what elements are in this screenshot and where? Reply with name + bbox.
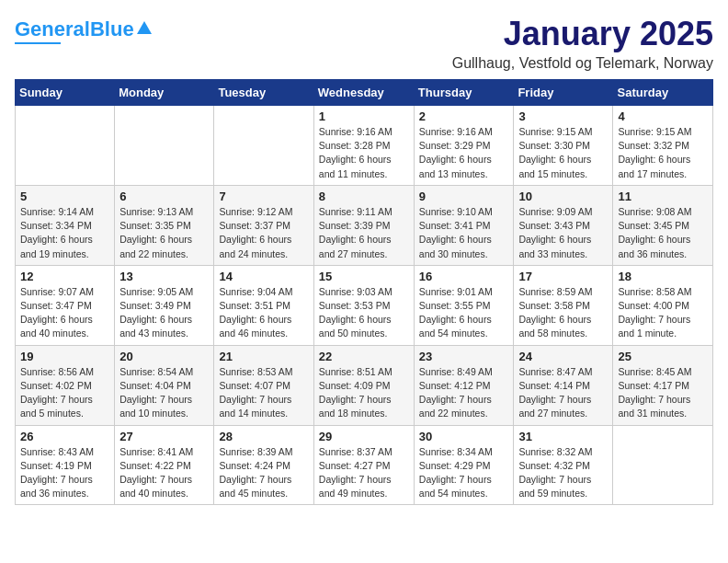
weekday-header: Monday [115, 80, 214, 106]
calendar-cell: 20Sunrise: 8:54 AM Sunset: 4:04 PM Dayli… [115, 345, 214, 425]
day-info: Sunrise: 8:51 AM Sunset: 4:09 PM Dayligh… [319, 365, 409, 421]
day-info: Sunrise: 9:15 AM Sunset: 3:30 PM Dayligh… [518, 125, 608, 181]
calendar-cell: 4Sunrise: 9:15 AM Sunset: 3:32 PM Daylig… [613, 106, 713, 186]
day-number: 13 [119, 270, 209, 283]
day-info: Sunrise: 8:45 AM Sunset: 4:17 PM Dayligh… [618, 365, 708, 421]
day-number: 24 [518, 350, 608, 363]
calendar-cell: 6Sunrise: 9:13 AM Sunset: 3:35 PM Daylig… [115, 185, 214, 265]
calendar-cell: 16Sunrise: 9:01 AM Sunset: 3:55 PM Dayli… [414, 265, 514, 345]
day-info: Sunrise: 9:04 AM Sunset: 3:51 PM Dayligh… [219, 285, 308, 341]
day-info: Sunrise: 8:59 AM Sunset: 3:58 PM Dayligh… [518, 285, 608, 341]
calendar-cell: 2Sunrise: 9:16 AM Sunset: 3:29 PM Daylig… [414, 106, 514, 186]
calendar-cell: 18Sunrise: 8:58 AM Sunset: 4:00 PM Dayli… [613, 265, 713, 345]
calendar-week-row: 19Sunrise: 8:56 AM Sunset: 4:02 PM Dayli… [16, 345, 713, 425]
logo-icon [136, 19, 153, 36]
calendar-table: SundayMondayTuesdayWednesdayThursdayFrid… [15, 79, 713, 505]
day-number: 20 [119, 350, 209, 363]
calendar-week-row: 1Sunrise: 9:16 AM Sunset: 3:28 PM Daylig… [16, 106, 713, 186]
calendar-cell: 30Sunrise: 8:34 AM Sunset: 4:29 PM Dayli… [414, 425, 514, 505]
calendar-cell: 24Sunrise: 8:47 AM Sunset: 4:14 PM Dayli… [514, 345, 613, 425]
calendar-cell: 15Sunrise: 9:03 AM Sunset: 3:53 PM Dayli… [313, 265, 414, 345]
logo: GeneralBlue [15, 18, 153, 44]
day-number: 9 [419, 190, 509, 203]
day-info: Sunrise: 8:32 AM Sunset: 4:32 PM Dayligh… [518, 445, 608, 501]
weekday-header: Thursday [414, 80, 514, 106]
day-info: Sunrise: 9:16 AM Sunset: 3:29 PM Dayligh… [419, 125, 509, 181]
calendar-cell: 19Sunrise: 8:56 AM Sunset: 4:02 PM Dayli… [16, 345, 115, 425]
day-number: 7 [219, 190, 308, 203]
calendar-cell: 14Sunrise: 9:04 AM Sunset: 3:51 PM Dayli… [214, 265, 313, 345]
logo-text: GeneralBlue [15, 18, 134, 40]
calendar-cell [16, 106, 115, 186]
calendar-cell: 8Sunrise: 9:11 AM Sunset: 3:39 PM Daylig… [313, 185, 414, 265]
calendar-cell: 22Sunrise: 8:51 AM Sunset: 4:09 PM Dayli… [313, 345, 414, 425]
calendar-cell: 31Sunrise: 8:32 AM Sunset: 4:32 PM Dayli… [514, 425, 613, 505]
day-info: Sunrise: 8:53 AM Sunset: 4:07 PM Dayligh… [219, 365, 308, 421]
weekday-header: Friday [514, 80, 613, 106]
day-number: 16 [419, 270, 509, 283]
calendar-cell [115, 106, 214, 186]
day-number: 22 [319, 350, 409, 363]
day-info: Sunrise: 9:08 AM Sunset: 3:45 PM Dayligh… [618, 205, 708, 261]
day-number: 11 [618, 190, 708, 203]
calendar-cell: 28Sunrise: 8:39 AM Sunset: 4:24 PM Dayli… [214, 425, 313, 505]
day-info: Sunrise: 8:58 AM Sunset: 4:00 PM Dayligh… [618, 285, 708, 341]
calendar-week-row: 12Sunrise: 9:07 AM Sunset: 3:47 PM Dayli… [16, 265, 713, 345]
day-number: 1 [319, 109, 409, 123]
page-header: GeneralBlue January 2025 Gullhaug, Vestf… [15, 15, 713, 72]
day-number: 10 [518, 190, 608, 203]
day-info: Sunrise: 9:15 AM Sunset: 3:32 PM Dayligh… [618, 125, 708, 181]
day-info: Sunrise: 8:47 AM Sunset: 4:14 PM Dayligh… [518, 365, 608, 421]
day-info: Sunrise: 9:10 AM Sunset: 3:41 PM Dayligh… [419, 205, 509, 261]
calendar-cell: 7Sunrise: 9:12 AM Sunset: 3:37 PM Daylig… [214, 185, 313, 265]
calendar-cell: 26Sunrise: 8:43 AM Sunset: 4:19 PM Dayli… [16, 425, 115, 505]
day-info: Sunrise: 9:12 AM Sunset: 3:37 PM Dayligh… [219, 205, 308, 261]
calendar-header-row: SundayMondayTuesdayWednesdayThursdayFrid… [16, 80, 713, 106]
calendar-cell: 13Sunrise: 9:05 AM Sunset: 3:49 PM Dayli… [115, 265, 214, 345]
calendar-cell: 3Sunrise: 9:15 AM Sunset: 3:30 PM Daylig… [514, 106, 613, 186]
calendar-cell [214, 106, 313, 186]
title-area: January 2025 Gullhaug, Vestfold og Telem… [452, 15, 713, 72]
day-info: Sunrise: 9:01 AM Sunset: 3:55 PM Dayligh… [419, 285, 509, 341]
calendar-cell: 17Sunrise: 8:59 AM Sunset: 3:58 PM Dayli… [514, 265, 613, 345]
day-number: 14 [219, 270, 308, 283]
calendar-cell: 25Sunrise: 8:45 AM Sunset: 4:17 PM Dayli… [613, 345, 713, 425]
logo-underline [15, 42, 61, 44]
day-number: 23 [419, 350, 509, 363]
logo-blue: Blue [90, 17, 134, 40]
day-number: 5 [20, 190, 109, 203]
calendar-cell: 12Sunrise: 9:07 AM Sunset: 3:47 PM Dayli… [16, 265, 115, 345]
day-number: 8 [319, 190, 409, 203]
day-number: 2 [419, 109, 509, 123]
day-info: Sunrise: 9:09 AM Sunset: 3:43 PM Dayligh… [518, 205, 608, 261]
day-number: 31 [518, 430, 608, 443]
svg-marker-0 [137, 21, 152, 34]
day-info: Sunrise: 8:43 AM Sunset: 4:19 PM Dayligh… [20, 445, 109, 501]
day-number: 12 [20, 270, 109, 283]
day-info: Sunrise: 9:14 AM Sunset: 3:34 PM Dayligh… [20, 205, 109, 261]
day-info: Sunrise: 8:54 AM Sunset: 4:04 PM Dayligh… [119, 365, 209, 421]
day-info: Sunrise: 8:41 AM Sunset: 4:22 PM Dayligh… [119, 445, 209, 501]
day-number: 15 [319, 270, 409, 283]
day-number: 29 [319, 430, 409, 443]
weekday-header: Wednesday [313, 80, 414, 106]
day-number: 3 [518, 109, 608, 123]
location-title: Gullhaug, Vestfold og Telemark, Norway [452, 55, 713, 72]
calendar-cell: 11Sunrise: 9:08 AM Sunset: 3:45 PM Dayli… [613, 185, 713, 265]
day-info: Sunrise: 9:16 AM Sunset: 3:28 PM Dayligh… [319, 125, 409, 181]
day-info: Sunrise: 9:07 AM Sunset: 3:47 PM Dayligh… [20, 285, 109, 341]
calendar-cell: 1Sunrise: 9:16 AM Sunset: 3:28 PM Daylig… [313, 106, 414, 186]
calendar-cell [613, 425, 713, 505]
weekday-header: Sunday [16, 80, 115, 106]
calendar-week-row: 26Sunrise: 8:43 AM Sunset: 4:19 PM Dayli… [16, 425, 713, 505]
day-number: 25 [618, 350, 708, 363]
day-info: Sunrise: 9:11 AM Sunset: 3:39 PM Dayligh… [319, 205, 409, 261]
day-number: 28 [219, 430, 308, 443]
day-number: 19 [20, 350, 109, 363]
calendar-cell: 10Sunrise: 9:09 AM Sunset: 3:43 PM Dayli… [514, 185, 613, 265]
day-info: Sunrise: 8:34 AM Sunset: 4:29 PM Dayligh… [419, 445, 509, 501]
day-info: Sunrise: 8:49 AM Sunset: 4:12 PM Dayligh… [419, 365, 509, 421]
day-info: Sunrise: 8:56 AM Sunset: 4:02 PM Dayligh… [20, 365, 109, 421]
weekday-header: Saturday [613, 80, 713, 106]
day-info: Sunrise: 9:05 AM Sunset: 3:49 PM Dayligh… [119, 285, 209, 341]
